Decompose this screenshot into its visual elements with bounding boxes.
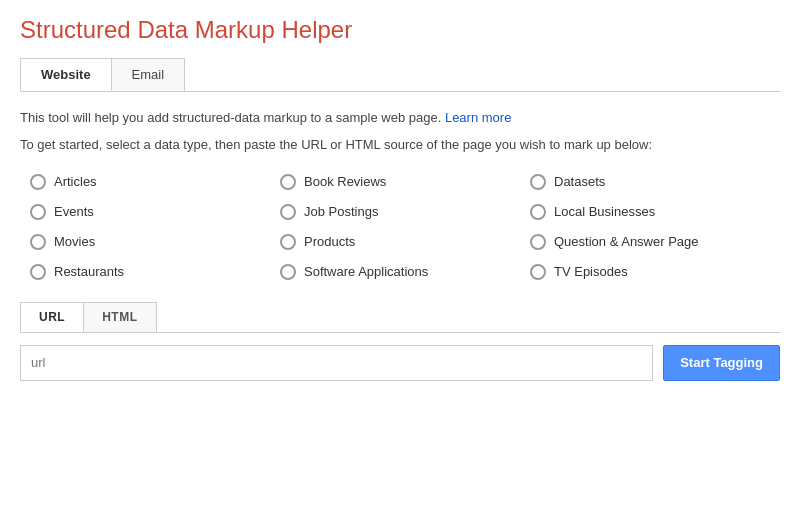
radio-circle-tv-episodes xyxy=(530,264,546,280)
radio-circle-book-reviews xyxy=(280,174,296,190)
radio-tv-episodes[interactable]: TV Episodes xyxy=(530,264,780,280)
radio-events[interactable]: Events xyxy=(30,204,280,220)
radio-circle-datasets xyxy=(530,174,546,190)
learn-more-link[interactable]: Learn more xyxy=(445,110,511,125)
radio-restaurants[interactable]: Restaurants xyxy=(30,264,280,280)
data-type-grid: Articles Book Reviews Datasets Events Jo… xyxy=(20,174,780,280)
radio-circle-job-postings xyxy=(280,204,296,220)
radio-circle-events xyxy=(30,204,46,220)
radio-circle-movies xyxy=(30,234,46,250)
radio-question-answer[interactable]: Question & Answer Page xyxy=(530,234,780,250)
radio-software-applications[interactable]: Software Applications xyxy=(280,264,530,280)
page-title: Structured Data Markup Helper xyxy=(20,16,780,44)
url-input-row: Start Tagging xyxy=(20,345,780,381)
tab-url[interactable]: URL xyxy=(20,302,84,332)
radio-products[interactable]: Products xyxy=(280,234,530,250)
tab-website[interactable]: Website xyxy=(20,58,112,91)
input-tab-bar: URL HTML xyxy=(20,302,780,333)
radio-articles[interactable]: Articles xyxy=(30,174,280,190)
radio-circle-articles xyxy=(30,174,46,190)
tab-html[interactable]: HTML xyxy=(83,302,156,332)
radio-movies[interactable]: Movies xyxy=(30,234,280,250)
radio-datasets[interactable]: Datasets xyxy=(530,174,780,190)
radio-circle-products xyxy=(280,234,296,250)
tab-email[interactable]: Email xyxy=(111,58,186,91)
url-input[interactable] xyxy=(20,345,653,381)
main-tab-bar: Website Email xyxy=(20,58,780,92)
radio-circle-question-answer xyxy=(530,234,546,250)
radio-local-businesses[interactable]: Local Businesses xyxy=(530,204,780,220)
radio-circle-software-applications xyxy=(280,264,296,280)
start-tagging-button[interactable]: Start Tagging xyxy=(663,345,780,381)
radio-job-postings[interactable]: Job Postings xyxy=(280,204,530,220)
radio-circle-restaurants xyxy=(30,264,46,280)
radio-book-reviews[interactable]: Book Reviews xyxy=(280,174,530,190)
instruction-text: To get started, select a data type, then… xyxy=(20,135,780,156)
description-line1: This tool will help you add structured-d… xyxy=(20,108,780,129)
radio-circle-local-businesses xyxy=(530,204,546,220)
